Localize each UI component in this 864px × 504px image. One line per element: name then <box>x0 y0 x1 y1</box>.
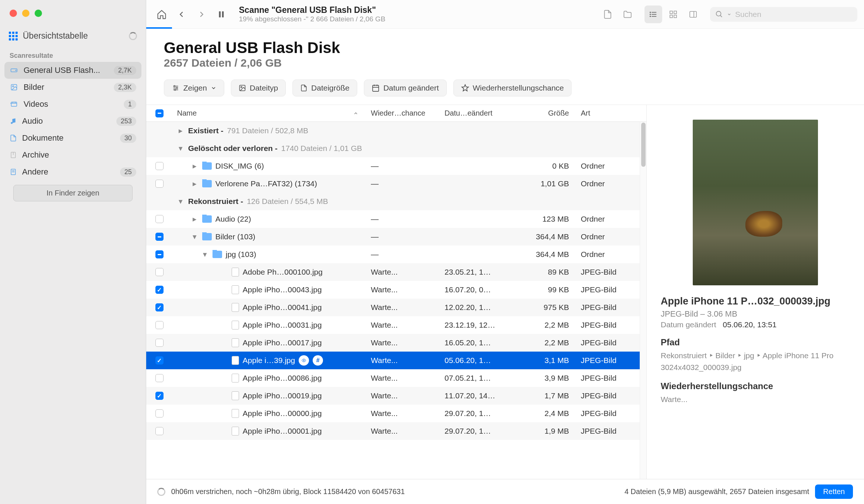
table-group-row[interactable]: ▾Gelöscht oder verloren - 1740 Dateien /… <box>146 140 646 157</box>
table-row[interactable]: Apple iPho…00017.jpg Warte... 16.05.20, … <box>146 334 646 352</box>
col-name[interactable]: Name <box>173 109 366 117</box>
disclosure-icon[interactable]: ▾ <box>191 232 199 241</box>
minimize-window[interactable] <box>22 10 29 17</box>
sidebar-item-0[interactable]: General USB Flash...2,7K <box>4 62 141 79</box>
file-name: Apple iPho…00017.jpg <box>243 338 322 347</box>
table-row[interactable]: Apple iPho…00019.jpg Warte... 11.07.20, … <box>146 387 646 405</box>
scrollbar[interactable] <box>640 122 646 479</box>
row-checkbox[interactable] <box>155 374 164 382</box>
chance-filter[interactable]: Wiederherstellungschance <box>453 80 572 96</box>
row-checkbox[interactable] <box>155 233 164 241</box>
sidebar-item-2[interactable]: Videos1 <box>4 96 141 113</box>
overview-table[interactable]: Übersichtstabelle <box>4 27 141 45</box>
folder-icon[interactable] <box>619 6 636 23</box>
back-button[interactable] <box>173 6 190 23</box>
table-row[interactable]: Apple i…39.jpg# Warte... 05.06.20, 1… 3,… <box>146 352 646 369</box>
sort-icon <box>353 111 358 116</box>
recover-button[interactable]: Retten <box>815 484 853 499</box>
list-view-button[interactable] <box>645 6 662 23</box>
table-row[interactable]: ▾jpg (103) — 364,4 MB Ordner <box>146 246 646 263</box>
svg-point-35 <box>176 87 177 88</box>
disclosure-icon[interactable]: ▾ <box>177 197 185 206</box>
search-placeholder: Suchen <box>735 10 761 19</box>
col-date[interactable]: Datu…eändert <box>440 109 510 117</box>
svg-point-20 <box>650 12 651 13</box>
sidebar-badge: 2,3K <box>114 83 136 92</box>
preview-image <box>693 120 818 285</box>
sidebar-item-4[interactable]: Dokumente30 <box>4 130 141 147</box>
row-checkbox[interactable] <box>155 268 164 276</box>
table-row[interactable]: Apple iPho…00041.jpg Warte... 12.02.20, … <box>146 299 646 316</box>
sidebar-item-5[interactable]: Archive <box>4 147 141 163</box>
filetype-filter[interactable]: Dateityp <box>231 80 286 96</box>
table-group-row[interactable]: ▸Existiert - 791 Dateien / 502,8 MB <box>146 122 646 140</box>
table-row[interactable]: Adobe Ph…000100.jpg Warte... 23.05.21, 1… <box>146 263 646 281</box>
scan-subtitle: 19% abgeschlossen -" 2 666 Dateien / 2,0… <box>239 15 597 23</box>
filesize-filter[interactable]: Dateigröße <box>292 80 357 96</box>
grid-view-button[interactable] <box>664 6 682 23</box>
table-row[interactable]: ▸Audio (22) — 123 MB Ordner <box>146 210 646 228</box>
row-checkbox[interactable] <box>155 321 164 329</box>
col-size[interactable]: Größe <box>510 109 576 117</box>
table-header: Name Wieder…chance Datu…eändert Größe Ar… <box>146 105 646 122</box>
table-row[interactable]: ▸Verlorene Pa…FAT32) (1734) — 1,01 GB Or… <box>146 175 646 193</box>
row-checkbox[interactable] <box>155 162 164 170</box>
calendar-icon <box>372 84 380 92</box>
svg-rect-39 <box>373 85 379 92</box>
date-filter[interactable]: Datum geändert <box>364 80 447 96</box>
sidebar-section-label: Scanresultate <box>4 45 141 62</box>
file-size: 3,1 MB <box>510 356 576 365</box>
table-row[interactable]: Apple iPho…00043.jpg Warte... 16.07.20, … <box>146 281 646 299</box>
svg-point-34 <box>174 85 175 87</box>
table-row[interactable]: ▾Bilder (103) — 364,4 MB Ordner <box>146 228 646 246</box>
file-date: 23.12.19, 12… <box>440 321 510 329</box>
row-checkbox[interactable] <box>155 409 164 417</box>
table-row[interactable]: Apple iPho…00086.jpg Warte... 07.05.21, … <box>146 369 646 387</box>
table-row[interactable]: ▸DISK_IMG (6) — 0 KB Ordner <box>146 157 646 175</box>
col-chance[interactable]: Wieder…chance <box>366 109 440 117</box>
select-all-checkbox[interactable] <box>155 109 164 117</box>
zoom-window[interactable] <box>35 10 42 17</box>
table-row[interactable]: Apple iPho…00031.jpg Warte... 23.12.19, … <box>146 316 646 334</box>
sidebar-item-1[interactable]: Bilder2,3K <box>4 79 141 96</box>
disclosure-icon[interactable]: ▸ <box>191 179 199 188</box>
row-checkbox[interactable] <box>155 286 164 294</box>
hex-badge[interactable]: # <box>313 355 323 366</box>
disclosure-icon[interactable]: ▾ <box>201 250 209 259</box>
disclosure-icon[interactable]: ▾ <box>177 144 185 153</box>
sidebar-item-6[interactable]: Andere25 <box>4 163 141 180</box>
audio-icon <box>10 117 17 126</box>
row-checkbox[interactable] <box>155 215 164 223</box>
video-icon <box>10 101 18 108</box>
close-window[interactable] <box>10 10 17 17</box>
disclosure-icon[interactable]: ▸ <box>191 162 199 170</box>
file-name: Apple iPho…00001.jpg <box>243 427 322 436</box>
panel-view-button[interactable] <box>684 6 702 23</box>
preview-badge[interactable] <box>299 355 309 366</box>
row-checkbox[interactable] <box>155 339 164 347</box>
row-checkbox[interactable] <box>155 427 164 435</box>
row-checkbox[interactable] <box>155 250 164 258</box>
search-input[interactable]: Suchen <box>710 7 857 22</box>
row-checkbox[interactable] <box>155 392 164 400</box>
table-row[interactable]: Apple iPho…00001.jpg Warte... 29.07.20, … <box>146 422 646 440</box>
svg-point-8 <box>11 122 13 124</box>
folder-icon <box>202 180 212 187</box>
row-checkbox[interactable] <box>155 356 164 364</box>
home-button[interactable] <box>153 6 171 23</box>
disclosure-icon[interactable]: ▸ <box>191 215 199 223</box>
row-checkbox[interactable] <box>155 303 164 311</box>
archive-icon <box>10 151 17 159</box>
disclosure-icon[interactable]: ▸ <box>177 126 185 135</box>
show-in-finder-button[interactable]: In Finder zeigen <box>13 185 133 201</box>
show-filter[interactable]: Zeigen <box>164 80 224 96</box>
pause-button[interactable] <box>213 6 230 23</box>
new-file-icon[interactable] <box>599 6 617 23</box>
table-group-row[interactable]: ▾Rekonstruiert - 126 Dateien / 554,5 MB <box>146 193 646 210</box>
file-kind: JPEG-Bild <box>576 391 646 400</box>
sidebar-item-3[interactable]: Audio253 <box>4 113 141 130</box>
table-row[interactable]: Apple iPho…00000.jpg Warte... 29.07.20, … <box>146 405 646 422</box>
col-kind[interactable]: Art <box>576 109 646 117</box>
file-size: 1,9 MB <box>510 427 576 436</box>
row-checkbox[interactable] <box>155 180 164 188</box>
